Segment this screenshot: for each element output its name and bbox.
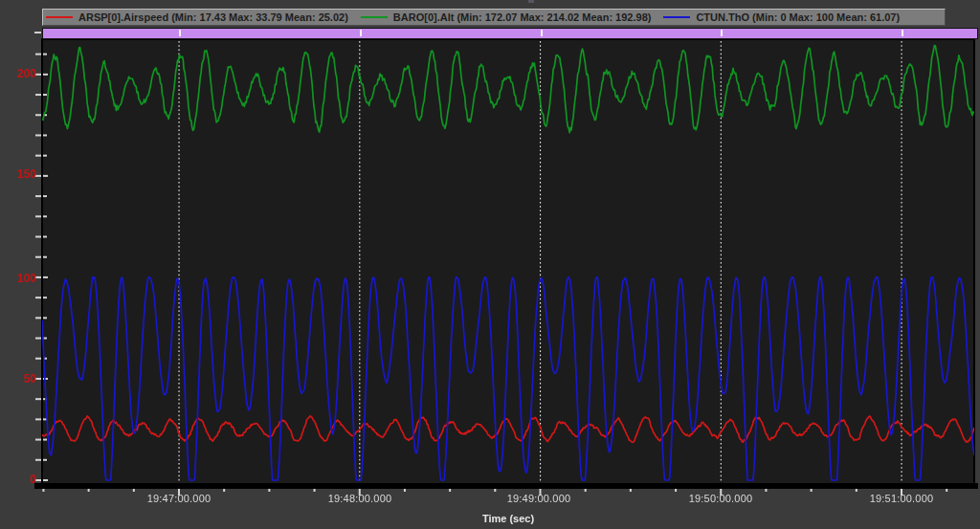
x-tick-label-1950: 19:50:00.000 <box>663 493 778 504</box>
mode-band-gridline-tick <box>179 30 181 36</box>
x-tick-label-1948: 19:48:00.000 <box>302 493 417 504</box>
legend-bar: ARSP[0].Airspeed (Min: 17.43 Max: 33.79 … <box>42 9 946 26</box>
clipped-window-artifact <box>528 0 534 3</box>
y-tick-label-150: 150 <box>0 167 36 181</box>
y-tick-label-200: 200 <box>0 67 36 80</box>
baro-alt-line-swatch-icon <box>361 16 388 18</box>
x-tick-label-1949: 19:49:00.000 <box>481 493 596 504</box>
x-tick-label-1951: 19:51:00.000 <box>844 493 959 504</box>
y-tick-label-50: 50 <box>0 372 36 386</box>
mode-band-gridline-tick <box>721 30 723 36</box>
legend-item-throttle[interactable]: CTUN.ThO (Min: 0 Max: 100 Mean: 61.07) <box>663 11 900 23</box>
legend-item-airspeed[interactable]: ARSP[0].Airspeed (Min: 17.43 Max: 33.79 … <box>46 11 348 23</box>
plot-canvas[interactable] <box>0 0 980 529</box>
log-graph-window: ARSP[0].Airspeed (Min: 17.43 Max: 33.79 … <box>0 0 980 529</box>
mode-band-gridline-tick <box>360 30 362 36</box>
y-tick-label-0: 0 <box>0 473 36 486</box>
mode-band-left-tick <box>34 32 41 33</box>
legend-item-baro-alt[interactable]: BARO[0].Alt (Min: 172.07 Max: 214.02 Mea… <box>361 11 652 23</box>
x-axis-title: Time (sec) <box>451 513 566 524</box>
mode-band[interactable] <box>42 28 978 39</box>
legend-label-baro-alt: BARO[0].Alt (Min: 172.07 Max: 214.02 Mea… <box>393 11 652 23</box>
throttle-line-swatch-icon <box>663 16 690 18</box>
x-tick-label-1947: 19:47:00.000 <box>122 493 236 504</box>
legend-label-airspeed: ARSP[0].Airspeed (Min: 17.43 Max: 33.79 … <box>78 11 348 23</box>
y-tick-label-100: 100 <box>0 272 36 285</box>
mode-band-gridline-tick <box>902 30 903 36</box>
airspeed-line-swatch-icon <box>46 16 73 18</box>
legend-label-throttle: CTUN.ThO (Min: 0 Max: 100 Mean: 61.07) <box>696 11 900 23</box>
mode-band-gridline-tick <box>541 30 543 36</box>
